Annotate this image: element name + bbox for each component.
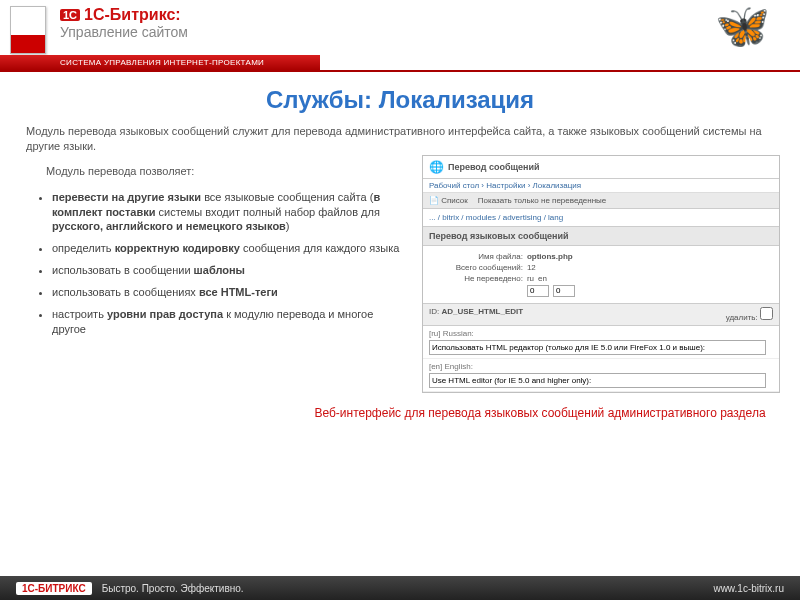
translation-en-input[interactable] bbox=[429, 373, 766, 388]
globe-icon: 🌐 bbox=[429, 160, 444, 174]
translation-ru-input[interactable] bbox=[429, 340, 766, 355]
screenshot-caption: Веб-интерфейс для перевода языковых сооб… bbox=[0, 405, 800, 422]
text: настроить bbox=[52, 308, 107, 320]
lang-label-en: en bbox=[538, 274, 547, 283]
col-id-label: ID: bbox=[429, 307, 439, 316]
text: использовать в сообщениях bbox=[52, 286, 199, 298]
list-item: использовать в сообщении шаблоны bbox=[52, 263, 408, 278]
header-red-bar: СИСТЕМА УПРАВЛЕНИЯ ИНТЕРНЕТ-ПРОЕКТАМИ bbox=[0, 55, 320, 70]
lang-label-ru: ru bbox=[527, 274, 534, 283]
lang-en-label: [en] English: bbox=[429, 362, 773, 371]
footer-brand-badge: 1С-БИТРИКС bbox=[16, 582, 92, 595]
brand-subtitle: Управление сайтом bbox=[60, 24, 188, 40]
text: использовать в сообщении bbox=[52, 264, 194, 276]
path-bar: ... / bitrix / modules / advertising / l… bbox=[423, 209, 779, 227]
breadcrumb: Рабочий стол › Настройки › Локализация bbox=[423, 179, 779, 193]
bold-text: корректную кодировку bbox=[115, 242, 240, 254]
feature-list: перевести на другие языки все языковые с… bbox=[20, 190, 408, 337]
text: определить bbox=[52, 242, 115, 254]
label-file: Имя файла: bbox=[443, 252, 523, 261]
lang-ru-label: [ru] Russian: bbox=[429, 329, 773, 338]
brand-block: 1С 1С-Битрикс: Управление сайтом bbox=[60, 6, 188, 40]
toolbar-link-list[interactable]: 📄 Список bbox=[429, 196, 468, 205]
list-item: перевести на другие языки все языковые с… bbox=[52, 190, 408, 235]
page-title: Службы: Локализация bbox=[0, 86, 800, 114]
footer-slogan: Быстро. Просто. Эффективно. bbox=[102, 583, 244, 594]
list-item: использовать в сообщениях все HTML-теги bbox=[52, 285, 408, 300]
text: все языковые сообщения сайта ( bbox=[201, 191, 373, 203]
bold-text: шаблоны bbox=[194, 264, 245, 276]
brand-name: 1С-Битрикс: bbox=[84, 6, 181, 24]
list-item: настроить уровни прав доступа к модулю п… bbox=[52, 307, 408, 337]
text: системы входит полный набор файлов для bbox=[156, 206, 380, 218]
product-box-image bbox=[10, 6, 50, 58]
file-name-value: options.php bbox=[527, 252, 573, 261]
bold-text: все HTML-теги bbox=[199, 286, 278, 298]
footer-site-url: www.1c-bitrix.ru bbox=[713, 583, 784, 594]
screenshot-panel: 🌐 Перевод сообщений Рабочий стол › Настр… bbox=[422, 155, 780, 393]
footer: 1С-БИТРИКС Быстро. Просто. Эффективно. w… bbox=[0, 576, 800, 600]
label-total: Всего сообщений: bbox=[443, 263, 523, 272]
delete-checkbox[interactable] bbox=[760, 307, 773, 320]
bold-text: уровни прав доступа bbox=[107, 308, 223, 320]
label-untranslated: Не переведено: bbox=[443, 274, 523, 283]
screenshot-titlebar: 🌐 Перевод сообщений bbox=[423, 156, 779, 179]
screenshot-toolbar: 📄 Список Показать только не переведенные bbox=[423, 193, 779, 209]
text: ) bbox=[286, 220, 290, 232]
total-value: 12 bbox=[527, 263, 536, 272]
bold-text: перевести на другие языки bbox=[52, 191, 201, 203]
text: Список bbox=[441, 196, 468, 205]
list-item: определить корректную кодировку сообщени… bbox=[52, 241, 408, 256]
text: сообщения для каждого языка bbox=[240, 242, 399, 254]
file-info: Имя файла: options.php Всего сообщений: … bbox=[423, 246, 779, 303]
untranslated-en-input[interactable] bbox=[553, 285, 575, 297]
col-delete-label: удалить: bbox=[726, 313, 758, 322]
brand-badge: 1С bbox=[60, 9, 80, 21]
bold-text: русского, английского и немецкого языков bbox=[52, 220, 286, 232]
untranslated-ru-input[interactable] bbox=[527, 285, 549, 297]
toolbar-link-untranslated[interactable]: Показать только не переведенные bbox=[478, 196, 607, 205]
subintro-text: Модуль перевода позволяет: bbox=[20, 155, 408, 183]
id-value: AD_USE_HTML_EDIT bbox=[441, 307, 523, 316]
intro-text: Модуль перевода языковых сообщений служи… bbox=[0, 124, 800, 155]
section-header: Перевод языковых сообщений bbox=[423, 227, 779, 246]
header: 1С 1С-Битрикс: Управление сайтом 🦋 СИСТЕ… bbox=[0, 0, 800, 72]
screenshot-title: Перевод сообщений bbox=[448, 162, 540, 172]
butterfly-icon: 🦋 bbox=[715, 4, 770, 48]
